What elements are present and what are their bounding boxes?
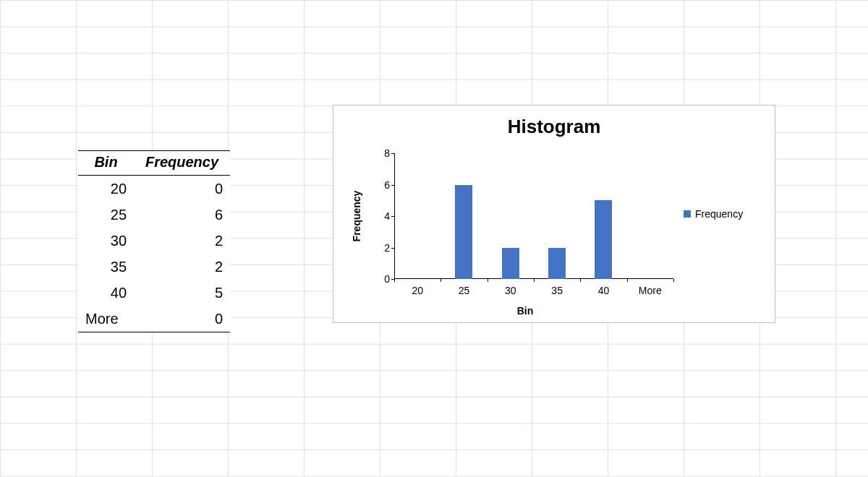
y-tick-label: 0 [374,273,390,285]
plot-area: 02468 2025303540More [377,153,673,279]
x-tick-label: More [627,279,673,296]
cell-bin[interactable]: 20 [78,176,134,202]
cell-bin[interactable]: 30 [78,228,134,254]
bar [455,185,472,280]
bar [548,248,566,280]
x-tick-label: 25 [441,279,487,296]
table-header-bin: Bin [78,151,134,176]
x-tick-mark [627,279,628,282]
cell-bin[interactable]: More [78,306,134,332]
x-tick-mark [488,279,488,282]
chart-legend: Frequency [684,106,763,322]
y-tick-label: 2 [374,242,390,254]
bar-slot: 20 [394,153,441,279]
cell-frequency[interactable]: 2 [134,228,230,254]
cell-frequency[interactable]: 5 [134,280,230,306]
table-header-frequency: Frequency [134,151,230,176]
table-row[interactable]: More0 [78,306,230,332]
bar [595,200,612,279]
y-axis-title: Frequency [349,155,364,278]
bar [502,248,519,280]
x-tick-mark [580,279,581,282]
x-tick-mark [394,279,395,282]
bar-slot: 40 [580,153,626,279]
y-tick-label: 4 [374,210,390,222]
x-tick-mark [534,279,535,282]
cell-frequency[interactable]: 2 [134,254,230,280]
x-tick-label: 40 [580,279,626,296]
table-row[interactable]: 302 [78,228,230,254]
x-tick-label: 35 [534,279,580,296]
cell-bin[interactable]: 25 [78,202,134,228]
bar-slot: 25 [441,153,487,279]
bar-slot: 35 [534,153,580,279]
x-axis-title: Bin [377,305,673,317]
table-row[interactable]: 352 [78,254,230,280]
histogram-chart[interactable]: Histogram Frequency Bin 02468 2025303540… [333,105,775,323]
legend-label: Frequency [695,208,743,220]
table-row[interactable]: 256 [78,202,230,228]
legend-swatch-icon [684,210,691,218]
x-tick-label: 20 [394,279,441,296]
table-row[interactable]: 405 [78,280,230,306]
x-tick-label: 30 [488,279,534,296]
cell-frequency[interactable]: 0 [134,306,230,332]
x-tick-mark [441,279,441,282]
x-tick-mark [673,279,674,282]
cell-bin[interactable]: 35 [78,254,134,280]
bar-slot: 30 [488,153,534,279]
y-tick-label: 8 [374,147,390,159]
cell-frequency[interactable]: 6 [134,202,230,228]
cell-bin[interactable]: 40 [78,280,134,306]
cell-frequency[interactable]: 0 [134,176,230,202]
bar-slot: More [627,153,673,279]
frequency-table[interactable]: Bin Frequency 200256302352405More0 [78,150,230,332]
table-row[interactable]: 200 [78,176,230,202]
y-tick-label: 6 [374,179,390,191]
